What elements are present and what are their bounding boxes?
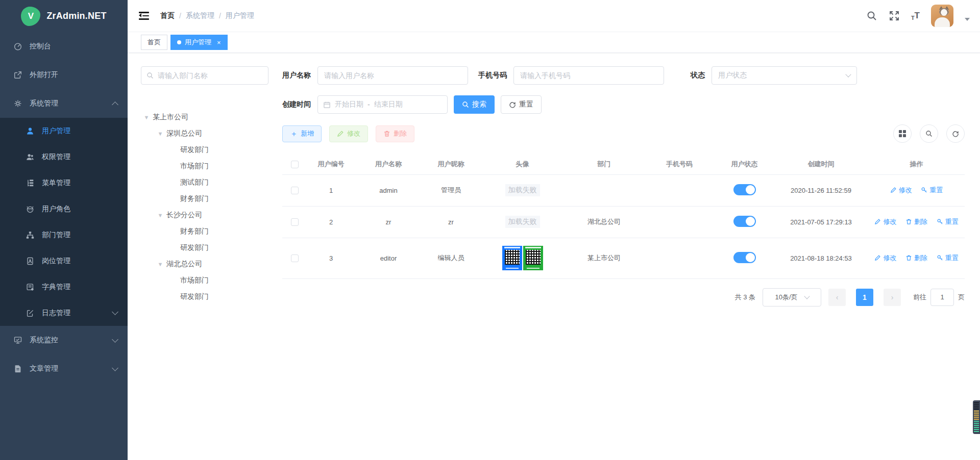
sidebar-item-system-monitor[interactable]: 系统监控	[0, 326, 128, 354]
sidebar-item-menu-mgmt[interactable]: 菜单管理	[0, 170, 128, 196]
row-delete-link[interactable]: 删除	[905, 217, 927, 226]
pagination-goto: 前往 页	[913, 289, 965, 306]
caret-down-icon[interactable]: ▼	[143, 114, 150, 120]
breadcrumb: 首页 / 系统管理 / 用户管理	[160, 11, 254, 20]
sidebar-item-dict-mgmt[interactable]: 字典管理	[0, 274, 128, 300]
tree-node[interactable]: 财务部门	[141, 191, 268, 207]
close-icon[interactable]: ×	[217, 39, 221, 46]
main-area: 首页 / 系统管理 / 用户管理 TT 首页 用户管理 ×	[128, 0, 980, 460]
status-select[interactable]: 用户状态	[712, 66, 857, 85]
next-page-button[interactable]: ›	[884, 289, 901, 306]
sidebar-item-label: 系统监控	[30, 336, 113, 345]
logo-v-icon: V	[21, 7, 40, 26]
tree-node-label: 市场部门	[180, 276, 209, 285]
tree-node[interactable]: 市场部门	[141, 158, 268, 174]
fullscreen-icon[interactable]	[889, 10, 900, 21]
add-button[interactable]: ＋ 新增	[282, 125, 322, 142]
row-edit-link[interactable]: 修改	[890, 186, 912, 195]
refresh-icon[interactable]	[946, 124, 965, 143]
plus-icon: ＋	[290, 129, 298, 139]
search-button[interactable]: 搜索	[454, 95, 495, 114]
tree-node[interactable]: ▼长沙分公司	[141, 207, 268, 223]
tree-node[interactable]: 测试部门	[141, 174, 268, 191]
row-edit-link[interactable]: 修改	[874, 217, 896, 226]
breadcrumb-separator: /	[179, 12, 181, 20]
avatar[interactable]	[931, 5, 953, 27]
columns-grid-icon[interactable]	[893, 124, 912, 143]
reset-button[interactable]: 重置	[501, 95, 542, 114]
goto-label: 前往	[913, 293, 926, 302]
cell-nickname: zr	[422, 206, 480, 238]
tab-label: 用户管理	[185, 38, 211, 47]
logo[interactable]: V ZrAdmin.NET	[0, 0, 128, 32]
select-all-checkbox[interactable]	[291, 161, 299, 168]
cell-phone	[644, 238, 715, 278]
sidebar-item-post-mgmt[interactable]: 岗位管理	[0, 248, 128, 274]
user-status-toggle[interactable]	[733, 216, 756, 227]
avatar-load-failed: 加载失败	[505, 216, 540, 228]
action-label: 删除	[914, 253, 927, 263]
sidebar-item-article-mgmt[interactable]: 文章管理	[0, 354, 128, 383]
row-edit-link[interactable]: 修改	[874, 253, 896, 263]
goto-page-input[interactable]	[930, 289, 954, 306]
caret-down-icon[interactable]: ▼	[157, 131, 164, 137]
sidebar-item-permission-mgmt[interactable]: 权限管理	[0, 144, 128, 170]
row-checkbox[interactable]	[291, 254, 299, 262]
font-size-icon[interactable]: TT	[911, 11, 920, 21]
prev-page-button[interactable]: ‹	[828, 289, 846, 306]
sidebar-item-log-mgmt[interactable]: 日志管理	[0, 300, 128, 326]
tab-home[interactable]: 首页	[141, 35, 167, 50]
username-input[interactable]	[324, 71, 461, 80]
sidebar-item-user-mgmt[interactable]: 用户管理	[0, 118, 128, 144]
sidebar-item-system-mgmt[interactable]: 系统管理	[0, 89, 128, 118]
page-size-select[interactable]: 10条/页	[763, 288, 821, 306]
col-avatar: 头像	[480, 154, 565, 174]
row-checkbox[interactable]	[291, 218, 299, 226]
tree-node[interactable]: 财务部门	[141, 223, 268, 240]
delete-button[interactable]: 删除	[376, 125, 414, 142]
sidebar-fold-icon[interactable]	[139, 12, 149, 20]
sidebar-item-dashboard[interactable]: 控制台	[0, 32, 128, 61]
sidebar-item-label: 控制台	[30, 42, 117, 51]
tree-node-label: 某上市公司	[153, 113, 188, 122]
tree-node[interactable]: 研发部门	[141, 240, 268, 256]
trash-icon	[905, 218, 912, 225]
color-meter-widget[interactable]	[973, 400, 980, 434]
gear-icon	[13, 99, 22, 108]
sidebar-item-external-open[interactable]: 外部打开	[0, 61, 128, 89]
breadcrumb-home[interactable]: 首页	[160, 11, 175, 20]
row-delete-link[interactable]: 删除	[905, 253, 927, 263]
tree-node[interactable]: 研发部门	[141, 142, 268, 158]
chevron-down-icon	[112, 309, 118, 315]
tab-user-mgmt[interactable]: 用户管理 ×	[170, 35, 228, 50]
row-checkbox[interactable]	[291, 187, 299, 194]
phone-input[interactable]	[520, 71, 657, 80]
sidebar-item-user-role[interactable]: 用户角色	[0, 196, 128, 222]
username-label: 用户名称	[282, 71, 311, 80]
tree-node[interactable]: ▼深圳总公司	[141, 125, 268, 142]
row-reset-link[interactable]: 重置	[937, 217, 959, 226]
row-reset-link[interactable]: 重置	[921, 186, 943, 195]
dept-search-input[interactable]	[158, 71, 263, 80]
user-status-toggle[interactable]	[733, 252, 756, 263]
tree-node[interactable]: ▼湖北总公司	[141, 256, 268, 272]
cell-created: 2021-07-05 17:29:13	[774, 206, 868, 238]
date-range-picker[interactable]: 开始日期 - 结束日期	[317, 95, 448, 114]
row-reset-link[interactable]: 重置	[937, 253, 959, 263]
caret-down-icon[interactable]: ▼	[157, 261, 164, 267]
user-status-toggle[interactable]	[733, 184, 756, 195]
table-header-row: 用户编号 用户名称 用户昵称 头像 部门 手机号码 用户状态 创建时间 操作	[282, 154, 965, 174]
search-icon[interactable]	[866, 10, 877, 21]
sidebar-item-dept-mgmt[interactable]: 部门管理	[0, 222, 128, 248]
action-label: 修改	[883, 253, 896, 263]
tab-label: 首页	[148, 38, 161, 47]
caret-down-icon[interactable]: ▼	[157, 212, 164, 218]
caret-down-icon[interactable]	[965, 18, 970, 21]
search-icon[interactable]	[920, 124, 938, 143]
current-page-button[interactable]: 1	[856, 289, 873, 306]
tree-node[interactable]: 研发部门	[141, 289, 268, 305]
edit-button[interactable]: 修改	[329, 125, 368, 142]
toolbar-right-icons	[893, 124, 965, 143]
tree-node[interactable]: ▼某上市公司	[141, 109, 268, 125]
tree-node[interactable]: 市场部门	[141, 272, 268, 289]
